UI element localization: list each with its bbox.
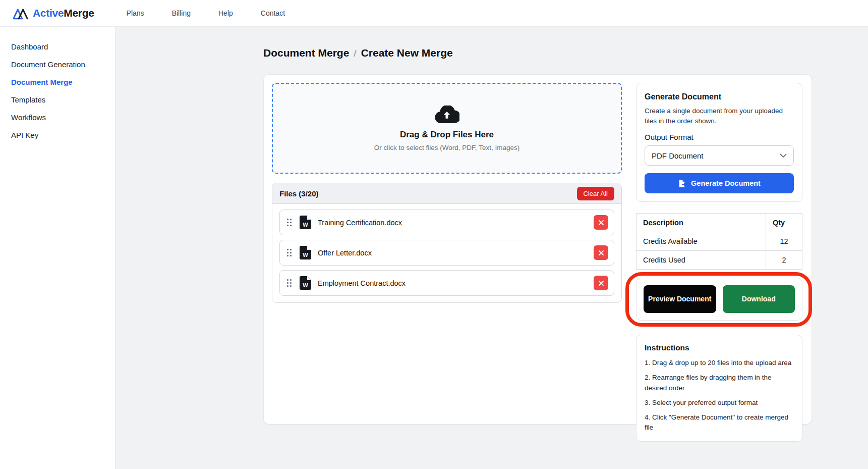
svg-text:W: W xyxy=(303,282,308,288)
output-format-value: PDF Document xyxy=(652,151,704,160)
page-title: Create New Merge xyxy=(361,47,453,59)
clear-all-button[interactable]: Clear All xyxy=(577,187,614,200)
result-actions-wrap: Preview Document Download xyxy=(636,278,802,321)
instruction-step: 3. Select your preferred output format xyxy=(645,398,794,408)
close-icon xyxy=(598,280,604,286)
breadcrumb-separator: / xyxy=(354,48,356,59)
files-list: W Training Certification.docx xyxy=(272,204,621,302)
nav-link-billing[interactable]: Billing xyxy=(172,9,191,17)
upload-column: Drag & Drop Files Here Or click to selec… xyxy=(272,83,622,442)
generate-column: Generate Document Create a single docume… xyxy=(636,83,802,442)
result-actions-panel: Preview Document Download xyxy=(636,278,802,321)
file-row[interactable]: W Employment Contract.docx xyxy=(279,270,614,296)
credits-col-description: Description xyxy=(636,214,766,232)
file-name: Offer Letter.docx xyxy=(318,249,372,257)
dropzone-subtitle: Or click to select files (Word, PDF, Tex… xyxy=(374,144,519,151)
main-content: Document Merge/Create New Merge Drag & D… xyxy=(115,27,868,469)
instructions-panel: Instructions 1. Drag & drop up to 20 fil… xyxy=(636,335,802,442)
table-row: Credits Used 2 xyxy=(636,251,802,270)
chevron-down-icon xyxy=(780,153,787,158)
cloud-upload-icon xyxy=(434,106,459,124)
instructions-title: Instructions xyxy=(645,343,794,352)
preview-document-button[interactable]: Preview Document xyxy=(644,285,716,313)
file-row[interactable]: W Training Certification.docx xyxy=(279,210,614,235)
sidebar-item-document-generation[interactable]: Document Generation xyxy=(0,56,115,73)
remove-file-button[interactable] xyxy=(594,245,608,260)
credits-used-value: 2 xyxy=(766,251,802,270)
credits-table: Description Qty Credits Available 12 Cre… xyxy=(636,213,802,270)
remove-file-button[interactable] xyxy=(594,276,608,290)
generate-panel-description: Create a single document from your uploa… xyxy=(645,106,794,126)
drag-handle-icon[interactable] xyxy=(286,248,292,257)
close-icon xyxy=(598,220,604,226)
svg-text:W: W xyxy=(303,252,308,258)
generate-button-label: Generate Document xyxy=(691,179,761,187)
top-navigation-bar: ActiveMerge Plans Billing Help Contact xyxy=(0,0,868,27)
nav-link-help[interactable]: Help xyxy=(218,9,233,17)
generate-document-button[interactable]: Generate Document xyxy=(645,173,794,193)
table-row: Credits Available 12 xyxy=(636,232,802,251)
drag-handle-icon[interactable] xyxy=(286,218,292,227)
merge-card: Drag & Drop Files Here Or click to selec… xyxy=(263,74,812,425)
output-format-label: Output Format xyxy=(645,133,794,141)
sidebar-item-templates[interactable]: Templates xyxy=(0,91,115,109)
credits-used-label: Credits Used xyxy=(636,251,766,270)
file-dropzone[interactable]: Drag & Drop Files Here Or click to selec… xyxy=(272,83,622,174)
brand-name: ActiveMerge xyxy=(33,7,94,19)
sidebar-item-api-key[interactable]: API Key xyxy=(0,126,115,144)
credits-available-label: Credits Available xyxy=(636,232,766,251)
svg-text:W: W xyxy=(303,222,308,228)
dropzone-title: Drag & Drop Files Here xyxy=(400,130,494,140)
close-icon xyxy=(598,250,604,256)
file-name: Training Certification.docx xyxy=(318,219,402,227)
mountains-logo-icon xyxy=(12,7,28,20)
credits-col-qty: Qty xyxy=(766,214,802,232)
instruction-step: 2. Rearrange files by dragging them in t… xyxy=(645,373,794,393)
files-header: Files (3/20) Clear All xyxy=(272,183,621,204)
word-file-icon: W xyxy=(300,216,311,229)
sidebar: Dashboard Document Generation Document M… xyxy=(0,27,115,469)
nav-link-plans[interactable]: Plans xyxy=(127,9,144,17)
files-count-label: Files (3/20) xyxy=(279,189,319,198)
remove-file-button[interactable] xyxy=(594,215,608,230)
sidebar-item-document-merge[interactable]: Document Merge xyxy=(0,73,115,91)
file-row[interactable]: W Offer Letter.docx xyxy=(279,240,614,266)
file-export-icon xyxy=(678,179,686,188)
generate-document-panel: Generate Document Create a single docume… xyxy=(636,83,802,202)
download-button[interactable]: Download xyxy=(723,285,795,313)
drag-handle-icon[interactable] xyxy=(286,279,292,287)
word-file-icon: W xyxy=(300,276,311,290)
credits-available-value: 12 xyxy=(766,232,802,251)
instruction-step: 1. Drag & drop up to 20 files into the u… xyxy=(645,358,794,368)
output-format-select[interactable]: PDF Document xyxy=(645,145,794,166)
breadcrumb: Document Merge/Create New Merge xyxy=(263,47,453,59)
word-file-icon: W xyxy=(300,246,311,259)
brand-logo[interactable]: ActiveMerge xyxy=(12,7,94,20)
instruction-step: 4. Click "Generate Document" to create m… xyxy=(645,412,794,433)
file-name: Employment Contract.docx xyxy=(318,279,406,287)
breadcrumb-section[interactable]: Document Merge xyxy=(263,47,349,59)
top-nav-links: Plans Billing Help Contact xyxy=(127,9,285,17)
sidebar-item-workflows[interactable]: Workflows xyxy=(0,109,115,126)
generate-panel-title: Generate Document xyxy=(645,92,794,101)
sidebar-item-dashboard[interactable]: Dashboard xyxy=(0,38,115,56)
files-section: Files (3/20) Clear All xyxy=(272,183,622,303)
nav-link-contact[interactable]: Contact xyxy=(261,9,285,17)
